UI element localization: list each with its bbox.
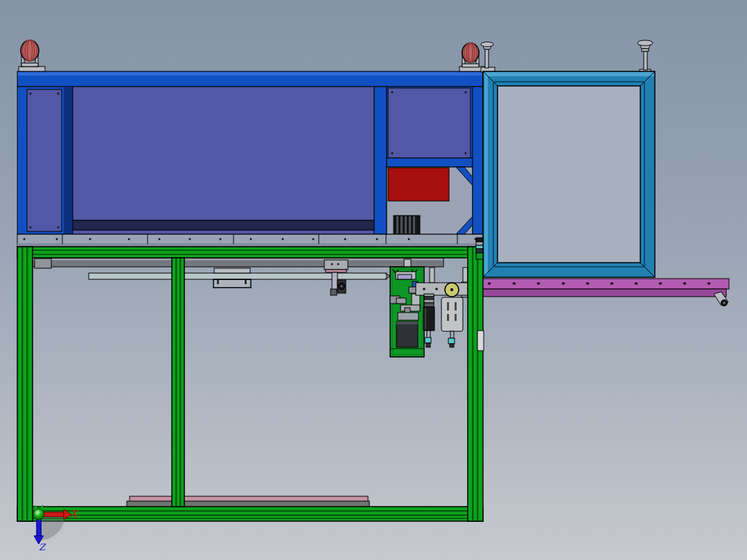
pick-place-assembly[interactable] (390, 259, 424, 357)
z-axis-arrow (37, 518, 42, 536)
safety-window-frame[interactable] (483, 71, 655, 277)
slide-end-block (35, 259, 51, 268)
gripper-block (441, 297, 463, 331)
ribbed-connector-block[interactable] (394, 216, 420, 234)
z-axis-label: Z (39, 542, 46, 552)
coordinate-triad: X Z (33, 505, 79, 552)
long-guide-bar[interactable] (89, 273, 391, 279)
signal-post-right[interactable] (638, 40, 653, 74)
deck-plate[interactable] (17, 234, 483, 247)
beacon-lamp (462, 43, 479, 62)
cad-viewport[interactable]: X Z (0, 0, 747, 560)
origin-sphere (33, 509, 44, 520)
window-glass (498, 86, 640, 263)
red-electrical-box[interactable] (388, 168, 449, 201)
conveyor-rail[interactable] (482, 279, 729, 306)
signal-post-left[interactable] (481, 42, 495, 73)
left-access-panel[interactable] (27, 89, 62, 231)
linear-slide-rail[interactable] (33, 258, 443, 268)
beacon-lamp (21, 40, 39, 61)
right-bay-panel[interactable] (388, 88, 471, 158)
main-front-panel[interactable] (73, 87, 374, 220)
machine-enclosure[interactable] (17, 71, 483, 234)
pneumatic-cylinder (423, 294, 434, 347)
drive-motor-block (396, 322, 418, 347)
warning-beacon-left[interactable] (19, 40, 45, 71)
x-axis-arrow (42, 512, 64, 517)
